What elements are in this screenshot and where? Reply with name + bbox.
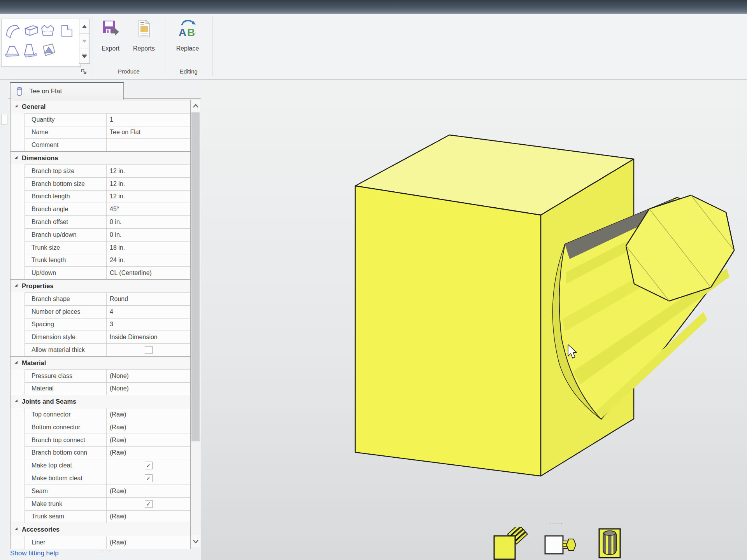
- tab-label: Tee on Flat: [29, 88, 62, 95]
- gallery-expand-icon[interactable]: [79, 49, 89, 63]
- property-value[interactable]: 45°: [107, 203, 190, 215]
- collapse-triangle-icon: ◢: [15, 360, 18, 364]
- property-label: Trunk length: [25, 254, 107, 267]
- property-label: Top connector: [25, 408, 107, 421]
- property-row: Pressure class(None): [25, 369, 190, 382]
- property-value[interactable]: ✓: [107, 498, 190, 510]
- dialog-launcher-icon[interactable]: [81, 68, 88, 75]
- property-value[interactable]: (Raw): [107, 447, 190, 459]
- property-value[interactable]: 4: [107, 306, 190, 318]
- property-value[interactable]: (Raw): [107, 434, 190, 446]
- property-value[interactable]: Inside Dimension: [107, 331, 190, 343]
- property-value[interactable]: (None): [107, 383, 190, 395]
- property-value[interactable]: Round: [107, 293, 190, 305]
- tab-tee-on-flat[interactable]: Tee on Flat: [10, 82, 124, 100]
- property-value[interactable]: 24 in.: [107, 254, 190, 267]
- property-label: Branch length: [25, 191, 107, 203]
- property-value[interactable]: 1: [107, 114, 190, 126]
- property-row: Quantity1: [25, 113, 190, 126]
- checkbox[interactable]: ✓: [145, 462, 153, 469]
- scrollbar-thumb[interactable]: [191, 112, 200, 441]
- property-label: Name: [25, 126, 107, 139]
- property-value[interactable]: 12 in.: [107, 191, 190, 203]
- property-label: Make top cleat: [25, 459, 107, 472]
- property-value[interactable]: (Raw): [107, 511, 190, 523]
- property-label: Spacing: [25, 318, 107, 331]
- export-button[interactable]: Export: [98, 18, 123, 64]
- property-row: Branch up/down0 in.: [25, 228, 190, 241]
- ribbon-separator: [93, 16, 93, 76]
- collapse-triangle-icon: ◢: [15, 104, 18, 108]
- side-view-thumbnail[interactable]: [598, 527, 622, 560]
- property-value[interactable]: (Raw): [107, 408, 190, 421]
- collapsed-panel-tab[interactable]: [1, 114, 7, 125]
- property-value[interactable]: [107, 344, 190, 356]
- model-3d[interactable]: [201, 79, 747, 560]
- property-value[interactable]: CL (Centerline): [107, 267, 190, 279]
- property-value[interactable]: 0 in.: [107, 229, 190, 241]
- scroll-down-icon[interactable]: [191, 536, 200, 547]
- property-value[interactable]: Tee on Flat: [107, 126, 190, 139]
- replace-button[interactable]: A B Replace: [170, 18, 205, 64]
- viewport-resize-grip[interactable]: ·····: [549, 520, 564, 526]
- gallery-square-elbow-icon[interactable]: [56, 21, 74, 40]
- property-row: Branch bottom size12 in.: [25, 177, 190, 190]
- property-value[interactable]: [107, 139, 190, 151]
- fitting-gallery[interactable]: [2, 19, 81, 67]
- panel-resize-grip[interactable]: ·····: [97, 548, 112, 553]
- section-header-properties[interactable]: ◢Properties: [11, 279, 190, 292]
- property-label: Pressure class: [25, 370, 107, 382]
- ribbon-separator: [212, 16, 213, 76]
- property-label: Material: [25, 383, 107, 395]
- section-title: Joints and Seams: [22, 398, 76, 405]
- property-value[interactable]: 0 in.: [107, 216, 190, 228]
- property-label: Branch angle: [25, 203, 107, 215]
- property-row: Bottom connector(Raw): [25, 421, 190, 434]
- section-header-joints-and-seams[interactable]: ◢Joints and Seams: [11, 395, 190, 408]
- front-view-thumbnail[interactable]: [491, 527, 531, 560]
- checkbox[interactable]: ✓: [145, 500, 153, 508]
- property-value[interactable]: 12 in.: [107, 165, 190, 177]
- checkbox[interactable]: ✓: [145, 474, 153, 482]
- section-header-accessories[interactable]: ◢Accessories: [11, 523, 190, 536]
- property-row: Trunk size18 in.: [25, 241, 190, 254]
- property-label: Liner: [25, 536, 107, 549]
- property-value[interactable]: (Raw): [107, 536, 190, 549]
- section-title: Material: [22, 359, 46, 367]
- property-value[interactable]: 18 in.: [107, 242, 190, 254]
- top-view-thumbnail[interactable]: [544, 534, 578, 558]
- property-label: Make bottom cleat: [25, 472, 107, 485]
- gallery-radius-elbow-icon[interactable]: [3, 21, 21, 40]
- gallery-rectangular-duct-icon[interactable]: [21, 21, 39, 40]
- gallery-tall-transition-icon[interactable]: [21, 40, 39, 60]
- checkbox[interactable]: [145, 346, 153, 354]
- export-label: Export: [102, 45, 119, 52]
- property-value[interactable]: (Raw): [107, 485, 190, 497]
- property-value[interactable]: 3: [107, 318, 190, 331]
- property-value[interactable]: 12 in.: [107, 178, 190, 190]
- property-row: Branch angle45°: [25, 203, 190, 215]
- show-fitting-help-link[interactable]: Show fitting help: [10, 550, 59, 557]
- collapse-triangle-icon: ◢: [15, 527, 18, 530]
- scroll-up-icon[interactable]: [191, 100, 200, 112]
- property-value[interactable]: (None): [107, 370, 190, 382]
- gallery-ogee-icon[interactable]: [39, 21, 56, 40]
- section-header-dimensions[interactable]: ◢Dimensions: [11, 151, 190, 164]
- property-row: Top connector(Raw): [25, 408, 190, 421]
- gallery-square-to-round-icon[interactable]: [39, 40, 56, 60]
- gallery-scroll-down-icon[interactable]: [79, 34, 89, 49]
- property-label: Trunk seam: [25, 511, 107, 523]
- gallery-scroll-up-icon[interactable]: [79, 19, 89, 34]
- property-value[interactable]: ✓: [107, 459, 190, 472]
- section-header-material[interactable]: ◢Material: [11, 356, 190, 369]
- panel-scrollbar[interactable]: [191, 100, 200, 547]
- fitting-panel: Tee on Flat ◢GeneralQuantity1NameTee on …: [9, 80, 201, 560]
- reports-button[interactable]: Reports: [129, 18, 159, 64]
- property-value[interactable]: ✓: [107, 472, 190, 485]
- gallery-transition-icon[interactable]: [3, 40, 21, 60]
- property-row: Make bottom cleat✓: [25, 472, 190, 485]
- property-value[interactable]: (Raw): [107, 421, 190, 434]
- property-label: Up/down: [25, 267, 107, 279]
- section-header-general[interactable]: ◢General: [11, 100, 190, 113]
- reports-label: Reports: [133, 45, 155, 52]
